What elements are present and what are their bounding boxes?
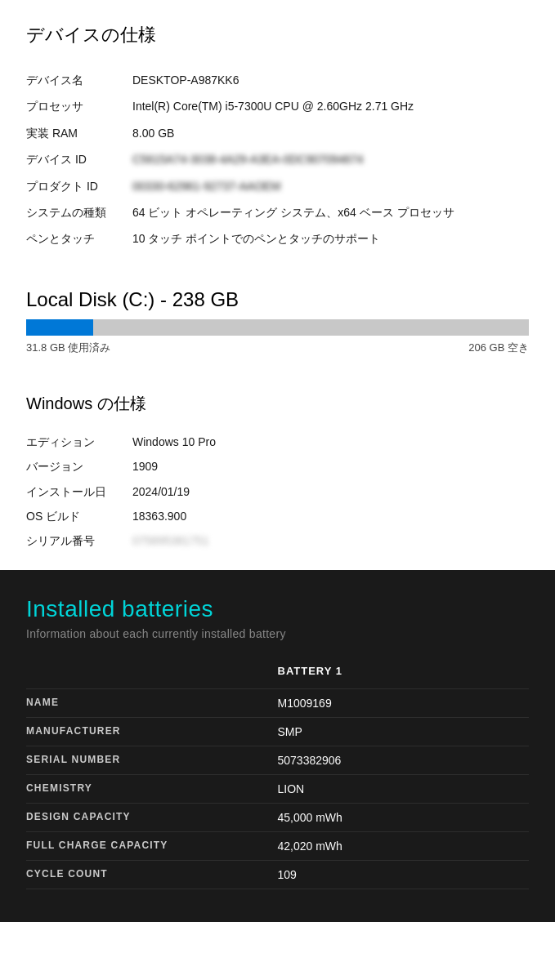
battery-main-title: Installed batteries: [26, 596, 529, 622]
device-spec-row: 実装 RAM8.00 GB: [26, 120, 529, 146]
disk-bar-container: [26, 319, 529, 336]
win-spec-row: インストール日2024/01/19: [26, 479, 529, 504]
device-spec-row: プロダクト ID00330-62961-92737-AAOEM: [26, 173, 529, 199]
battery-subtitle: Information about each currently install…: [26, 627, 529, 640]
battery-row-value: 45,000 mWh: [278, 811, 530, 824]
battery-row: CYCLE COUNT109: [26, 860, 529, 889]
battery-row: FULL CHARGE CAPACITY42,020 mWh: [26, 831, 529, 860]
device-spec-row: システムの種類64 ビット オペレーティング システム、x64 ベース プロセッ…: [26, 199, 529, 225]
win-spec-label: エディション: [26, 430, 132, 454]
battery-header-row: BATTERY 1: [26, 665, 529, 685]
device-spec-value: 00330-62961-92737-AAOEM: [132, 173, 529, 199]
win-spec-row: OS ビルド18363.900: [26, 504, 529, 528]
win-spec-row: エディションWindows 10 Pro: [26, 430, 529, 454]
device-spec-value: C5615A74-3038-4A29-A3EA-0DC907094674: [132, 146, 529, 172]
battery-row-value: SMP: [278, 725, 530, 738]
windows-spec-section: Windows の仕様 エディションWindows 10 Proバージョン190…: [0, 385, 555, 570]
battery-row-value: 5073382906: [278, 754, 530, 767]
battery-row-value: 42,020 mWh: [278, 840, 530, 853]
windows-spec-title: Windows の仕様: [26, 385, 529, 415]
device-spec-value: DESKTOP-A987KK6: [132, 67, 529, 93]
battery-row-label: CYCLE COUNT: [26, 868, 278, 880]
device-spec-label: プロダクト ID: [26, 173, 132, 199]
disk-bar-used: [26, 319, 93, 336]
battery-column-header: BATTERY 1: [278, 665, 530, 677]
battery-row: MANUFACTURERSMP: [26, 717, 529, 746]
device-spec-value: 10 タッチ ポイントでのペンとタッチのサポート: [132, 225, 529, 252]
device-spec-row: プロセッサIntel(R) Core(TM) i5-7300U CPU @ 2.…: [26, 93, 529, 119]
device-spec-label: デバイス ID: [26, 146, 132, 172]
win-spec-label: バージョン: [26, 454, 132, 479]
battery-row-label: DESIGN CAPACITY: [26, 811, 278, 822]
device-spec-title: デバイスの仕様: [26, 23, 529, 47]
win-spec-value: 2024/01/19: [132, 479, 529, 504]
disk-free-label: 206 GB 空き: [468, 341, 529, 355]
battery-row-label: FULL CHARGE CAPACITY: [26, 840, 278, 851]
win-spec-value: 18363.900: [132, 504, 529, 528]
battery-grid: BATTERY 1 NAMEM1009169MANUFACTURERSMPSER…: [26, 665, 529, 889]
disk-title: Local Disk (C:) - 238 GB: [26, 288, 529, 311]
battery-row: CHEMISTRYLION: [26, 774, 529, 803]
device-spec-label: デバイス名: [26, 67, 132, 93]
win-spec-value: 075895381751: [132, 528, 529, 553]
win-spec-value: 1909: [132, 454, 529, 479]
device-spec-row: デバイス IDC5615A74-3038-4A29-A3EA-0DC907094…: [26, 146, 529, 172]
battery-row: DESIGN CAPACITY45,000 mWh: [26, 803, 529, 831]
device-spec-value: 64 ビット オペレーティング システム、x64 ベース プロセッサ: [132, 199, 529, 225]
win-spec-label: シリアル番号: [26, 528, 132, 553]
battery-row-label: MANUFACTURER: [26, 725, 278, 737]
device-spec-value: 8.00 GB: [132, 120, 529, 146]
win-spec-row: シリアル番号075895381751: [26, 528, 529, 553]
battery-row: SERIAL NUMBER5073382906: [26, 746, 529, 774]
disk-section: Local Disk (C:) - 238 GB 31.8 GB 使用済み 20…: [0, 272, 555, 385]
battery-rows-container: NAMEM1009169MANUFACTURERSMPSERIAL NUMBER…: [26, 688, 529, 889]
device-spec-section: デバイスの仕様 デバイス名DESKTOP-A987KK6プロセッサIntel(R…: [0, 0, 555, 272]
win-spec-row: バージョン1909: [26, 454, 529, 479]
battery-row-value: LION: [278, 782, 530, 795]
disk-used-label: 31.8 GB 使用済み: [26, 341, 110, 355]
windows-spec-table: エディションWindows 10 Proバージョン1909インストール日2024…: [26, 430, 529, 554]
battery-row-value: 109: [278, 868, 530, 881]
device-spec-label: プロセッサ: [26, 93, 132, 119]
device-spec-label: システムの種類: [26, 199, 132, 225]
device-spec-row: デバイス名DESKTOP-A987KK6: [26, 67, 529, 93]
win-spec-label: OS ビルド: [26, 504, 132, 528]
device-spec-value: Intel(R) Core(TM) i5-7300U CPU @ 2.60GHz…: [132, 93, 529, 119]
device-spec-row: ペンとタッチ10 タッチ ポイントでのペンとタッチのサポート: [26, 225, 529, 252]
device-spec-label: ペンとタッチ: [26, 225, 132, 252]
battery-row-value: M1009169: [278, 697, 530, 710]
win-spec-label: インストール日: [26, 479, 132, 504]
device-spec-table: デバイス名DESKTOP-A987KK6プロセッサIntel(R) Core(T…: [26, 67, 529, 252]
battery-row-label: SERIAL NUMBER: [26, 754, 278, 765]
win-spec-value: Windows 10 Pro: [132, 430, 529, 454]
battery-row-label: NAME: [26, 697, 278, 708]
device-spec-label: 実装 RAM: [26, 120, 132, 146]
battery-row-label: CHEMISTRY: [26, 782, 278, 794]
disk-labels: 31.8 GB 使用済み 206 GB 空き: [26, 341, 529, 355]
battery-row: NAMEM1009169: [26, 688, 529, 717]
battery-section: Installed batteries Information about ea…: [0, 570, 555, 922]
